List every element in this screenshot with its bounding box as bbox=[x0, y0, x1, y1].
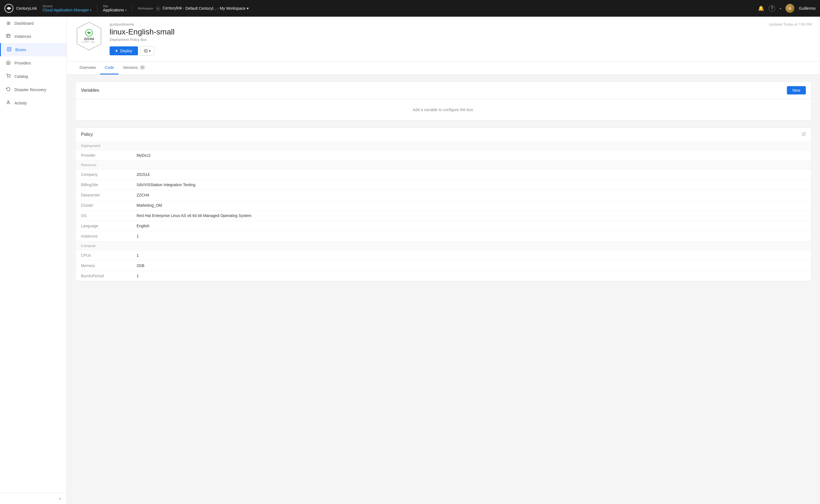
catalog-icon bbox=[6, 74, 11, 79]
variables-section: Variables New Add a variable to configur… bbox=[75, 81, 812, 121]
policy-title: Policy bbox=[81, 132, 93, 137]
sidebar-item-instances[interactable]: Instances bbox=[0, 30, 66, 43]
hex-title: ZZCH4 bbox=[81, 37, 96, 41]
policy-key-cpus: CPUs bbox=[75, 250, 131, 261]
instances-icon bbox=[6, 34, 11, 39]
table-row: BillingSite SAVVISStation Integration Te… bbox=[75, 180, 811, 190]
table-row: Language English bbox=[75, 221, 811, 231]
tab-code[interactable]: Code bbox=[100, 61, 118, 74]
boxes-icon bbox=[6, 47, 12, 53]
policy-key-datacenter: Datacenter bbox=[75, 190, 131, 200]
sidebar-item-dashboard[interactable]: ⊞ Dashboard bbox=[0, 17, 66, 30]
activity-icon bbox=[6, 100, 11, 106]
hex-subtitle: 1 CPU · 2G... bbox=[81, 41, 96, 43]
svg-point-11 bbox=[145, 50, 146, 51]
policy-value-provider: MyDcc2 bbox=[131, 150, 811, 161]
svg-point-7 bbox=[8, 101, 9, 102]
help-icon[interactable]: ? bbox=[769, 5, 775, 12]
new-variable-button[interactable]: New bbox=[787, 86, 806, 94]
workspace-label: Workspace bbox=[138, 7, 153, 10]
service-name[interactable]: Cloud Application Manager ▾ bbox=[43, 8, 91, 12]
site-name[interactable]: Applications ▾ bbox=[103, 8, 126, 12]
breadcrumb-sep-2: › bbox=[218, 6, 219, 10]
sidebar-item-boxes[interactable]: Boxes bbox=[0, 43, 66, 56]
policy-key-company: Company bbox=[75, 169, 131, 180]
settings-button[interactable]: ▾ bbox=[140, 46, 154, 56]
content-area: Variables New Add a variable to configur… bbox=[67, 75, 820, 295]
policy-value-os: Red Hat Enterprise Linux AS v6 64 bit Ma… bbox=[131, 211, 811, 221]
policy-group-resource: Resource bbox=[75, 161, 811, 169]
table-row: Company 201514 bbox=[75, 169, 811, 180]
sidebar-label-disaster-recovery: Disaster Recovery bbox=[14, 88, 46, 92]
svg-point-6 bbox=[10, 77, 10, 78]
policy-value-datacenter: ZZCH4 bbox=[131, 190, 811, 200]
svg-rect-3 bbox=[7, 47, 11, 51]
policy-value-cluster: Marketing_Old bbox=[131, 200, 811, 211]
policy-key-instances: Instances bbox=[75, 231, 131, 241]
sidebar-item-providers[interactable]: Providers bbox=[0, 56, 66, 70]
deploy-button[interactable]: Deploy bbox=[110, 46, 138, 55]
policy-table: Deployment Provider MyDcc2 Resource Comp… bbox=[75, 141, 811, 281]
table-row: Datacenter ZZCH4 bbox=[75, 190, 811, 200]
variables-title: Variables bbox=[81, 88, 99, 93]
policy-header: Policy bbox=[75, 128, 811, 141]
site-selector: Site Applications ▾ bbox=[97, 4, 132, 12]
table-row: Provider MyDcc2 bbox=[75, 150, 811, 161]
policy-key-language: Language bbox=[75, 221, 131, 231]
breadcrumb-default[interactable]: Default Centuryl... bbox=[185, 6, 217, 11]
policy-value-language: English bbox=[131, 221, 811, 231]
table-row: Instances 1 bbox=[75, 231, 811, 241]
sidebar: ⊞ Dashboard Instances Boxes Providers Ca… bbox=[0, 17, 67, 504]
sidebar-label-activity: Activity bbox=[14, 101, 27, 105]
policy-key-memory: Memory bbox=[75, 261, 131, 271]
svg-rect-2 bbox=[7, 34, 10, 38]
table-row: Memory 2GB bbox=[75, 261, 811, 271]
breadcrumb-sep-1: › bbox=[183, 6, 184, 10]
workspace-breadcrumb: Workspace Centurylink › Default Centuryl… bbox=[132, 6, 254, 11]
top-nav-right: 🔔 ? ▾ G Guillermo bbox=[758, 4, 816, 13]
policy-value-burninperiod: 1 bbox=[131, 271, 811, 281]
box-owner: gustavollorente bbox=[110, 22, 812, 26]
tabs-bar: Overview Code Versions 0 bbox=[67, 61, 820, 75]
box-info: gustavollorente linux-English-small Depl… bbox=[110, 22, 812, 56]
user-avatar: G bbox=[786, 4, 794, 13]
policy-value-memory: 2GB bbox=[131, 261, 811, 271]
policy-value-cpus: 1 bbox=[131, 250, 811, 261]
tab-versions[interactable]: Versions 0 bbox=[118, 61, 150, 74]
logo[interactable]: CenturyLink bbox=[4, 4, 37, 13]
sidebar-label-providers: Providers bbox=[14, 61, 31, 65]
versions-badge: 0 bbox=[140, 65, 145, 70]
svg-marker-10 bbox=[116, 50, 118, 52]
sidebar-label-dashboard: Dashboard bbox=[14, 21, 34, 26]
policy-key-os: OS bbox=[75, 211, 131, 221]
updated-label: Updated Today at 7:06 PM bbox=[769, 22, 812, 26]
box-icon: ZZCH4 1 CPU · 2G... bbox=[75, 22, 103, 50]
help-dropdown-icon: ▾ bbox=[780, 7, 781, 10]
service-dropdown-icon: ▾ bbox=[90, 9, 91, 12]
tab-overview[interactable]: Overview bbox=[75, 61, 100, 74]
breadcrumb-workspace[interactable]: My Workspace ▾ bbox=[220, 6, 249, 11]
table-row: CPUs 1 bbox=[75, 250, 811, 261]
policy-section: Policy Deployment Provider MyDcc2 Resour… bbox=[75, 127, 812, 281]
sidebar-item-activity[interactable]: Activity bbox=[0, 96, 66, 110]
disaster-recovery-icon bbox=[6, 87, 11, 93]
sidebar-label-instances: Instances bbox=[14, 34, 31, 39]
sidebar-collapse-button[interactable]: « bbox=[0, 493, 66, 504]
main-content: ZZCH4 1 CPU · 2G... gustavollorente linu… bbox=[67, 17, 820, 504]
box-actions: Deploy ▾ bbox=[110, 46, 812, 56]
box-title: linux-English-small bbox=[110, 28, 812, 36]
sidebar-item-catalog[interactable]: Catalog bbox=[0, 70, 66, 83]
policy-group-deployment: Deployment bbox=[75, 141, 811, 150]
box-type: Deployment Policy Box bbox=[110, 38, 812, 42]
table-row: OS Red Hat Enterprise Linux AS v6 64 bit… bbox=[75, 211, 811, 221]
policy-group-compute: Compute bbox=[75, 241, 811, 250]
sidebar-label-catalog: Catalog bbox=[14, 74, 28, 79]
box-header: ZZCH4 1 CPU · 2G... gustavollorente linu… bbox=[67, 17, 820, 61]
sidebar-item-disaster-recovery[interactable]: Disaster Recovery bbox=[0, 83, 66, 96]
policy-key-provider: Provider bbox=[75, 150, 131, 161]
policy-edit-icon[interactable] bbox=[802, 132, 806, 137]
workspace-dropdown-icon: ▾ bbox=[247, 6, 249, 11]
table-row: BurnInPeriod 1 bbox=[75, 271, 811, 281]
breadcrumb-centurylink[interactable]: Centurylink bbox=[156, 6, 182, 11]
notification-icon[interactable]: 🔔 bbox=[758, 5, 764, 11]
